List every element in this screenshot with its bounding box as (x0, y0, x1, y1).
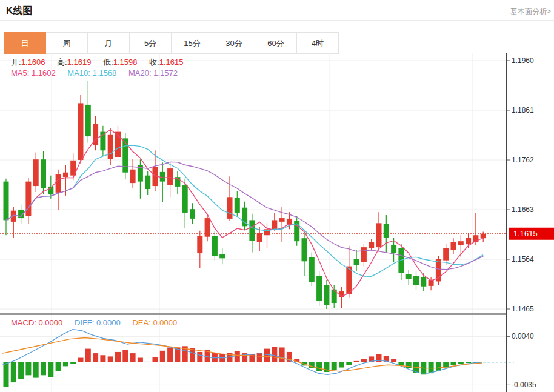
macd-bar (78, 358, 84, 362)
candle-body[interactable] (406, 274, 412, 279)
candle-body[interactable] (85, 105, 91, 136)
diff-label: DIFF: (75, 318, 95, 327)
low-value: 1.1598 (113, 58, 138, 67)
macd-value: 0.0000 (39, 318, 63, 327)
price-tick-label: 1.1960 (512, 56, 534, 65)
timeframe-tab-bar: 日周月5分15分30分60分4时 (4, 32, 339, 54)
macd-bar (122, 350, 128, 362)
candle-body[interactable] (4, 182, 9, 221)
candle-body[interactable] (413, 276, 419, 285)
tab-60分[interactable]: 60分 (255, 32, 297, 54)
macd-label: MACD: (11, 318, 36, 327)
candle-body[interactable] (63, 173, 68, 177)
tab-15分[interactable]: 15分 (171, 32, 213, 54)
macd-bar (466, 362, 471, 363)
tab-30分[interactable]: 30分 (213, 32, 255, 54)
candle-body[interactable] (235, 198, 240, 213)
page-title: K线图 (6, 5, 33, 18)
macd-bar (100, 355, 105, 362)
macd-legend: MACD: 0.0000 DIFF: 0.0000 DEA: 0.0000 (11, 318, 187, 327)
macd-bar (11, 362, 16, 382)
price-tick-label: 1.1663 (512, 205, 534, 214)
candle-body[interactable] (384, 224, 389, 238)
ma10-label: MA10: (67, 68, 90, 78)
ma10-value: 1.1568 (93, 68, 117, 78)
macd-bar (115, 352, 121, 362)
candle-body[interactable] (33, 159, 39, 186)
candle-body[interactable] (212, 236, 218, 256)
candle-body[interactable] (160, 172, 165, 182)
tab-5分[interactable]: 5分 (129, 32, 172, 54)
candle-body[interactable] (361, 247, 367, 262)
macd-bar (458, 362, 464, 364)
candle-body[interactable] (481, 234, 486, 238)
tab-日[interactable]: 日 (4, 32, 46, 54)
macd-bar (346, 362, 352, 365)
tab-周[interactable]: 周 (45, 32, 88, 54)
macd-bar (361, 359, 367, 362)
macd-bar (145, 362, 150, 362)
high-label: 高: (57, 58, 67, 67)
candle-body[interactable] (369, 242, 374, 248)
candle-body[interactable] (249, 220, 255, 241)
macd-bar (279, 347, 285, 362)
candle-body[interactable] (257, 233, 262, 242)
candle-body[interactable] (130, 170, 136, 183)
candle-body[interactable] (451, 242, 456, 250)
price-tick-label: 1.1564 (512, 255, 534, 264)
candle-body[interactable] (182, 185, 188, 213)
candle-body[interactable] (346, 267, 352, 294)
candlestick-macd-chart[interactable]: 1.19601.18611.17621.16631.15641.14651.16… (0, 53, 554, 392)
tab-月[interactable]: 月 (87, 32, 130, 54)
close-label: 收: (149, 58, 159, 67)
candle-body[interactable] (272, 220, 277, 229)
price-tick-label: 1.1465 (512, 305, 534, 313)
candle-body[interactable] (279, 218, 285, 222)
candle-body[interactable] (122, 138, 128, 172)
open-value: 1.1606 (21, 58, 45, 67)
candle-body[interactable] (376, 223, 382, 247)
candles-group[interactable] (4, 81, 486, 309)
price-tick-label: 1.1762 (512, 156, 534, 164)
candle-body[interactable] (443, 248, 449, 261)
candle-body[interactable] (354, 259, 359, 265)
macd-bar (4, 362, 9, 387)
header-divider (0, 20, 554, 21)
candle-body[interactable] (190, 209, 195, 219)
candle-body[interactable] (25, 182, 31, 216)
tab-4时[interactable]: 4时 (296, 32, 339, 54)
macd-bar (33, 362, 39, 378)
candle-body[interactable] (316, 276, 322, 301)
macd-bar (264, 349, 270, 362)
dea-label: DEA: (132, 318, 150, 327)
candle-body[interactable] (108, 135, 113, 159)
candle-body[interactable] (197, 236, 202, 253)
candle-body[interactable] (145, 176, 150, 189)
macd-bar (93, 353, 98, 362)
candle-body[interactable] (78, 103, 84, 160)
candle-body[interactable] (167, 168, 173, 185)
candle-body[interactable] (391, 245, 396, 253)
macd-bar (398, 362, 404, 365)
candle-body[interactable] (41, 159, 46, 188)
candle-body[interactable] (466, 238, 471, 244)
macd-bar (130, 353, 136, 362)
candle-body[interactable] (324, 285, 329, 305)
macd-bar (18, 362, 24, 379)
macd-bar (108, 356, 113, 362)
fundamental-analysis-link[interactable]: 基本面分析> (510, 7, 551, 17)
candle-body[interactable] (205, 218, 210, 237)
macd-bar (48, 362, 53, 377)
macd-bar (167, 347, 173, 362)
close-value: 1.1615 (159, 58, 184, 67)
candle-body[interactable] (302, 238, 307, 261)
candle-body[interactable] (219, 254, 225, 259)
candle-body[interactable] (227, 197, 233, 219)
macd-bar (451, 362, 456, 365)
macd-bar (391, 359, 396, 362)
candle-body[interactable] (421, 277, 426, 287)
dea-value: 0.0000 (153, 318, 177, 327)
candle-body[interactable] (56, 174, 61, 193)
candle-body[interactable] (458, 241, 464, 245)
candle-body[interactable] (309, 257, 315, 282)
